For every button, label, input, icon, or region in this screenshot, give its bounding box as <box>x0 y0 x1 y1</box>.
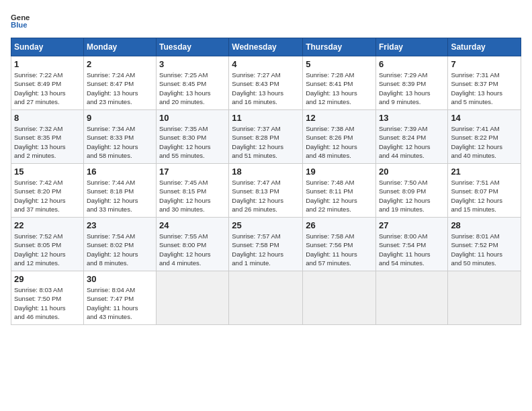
day-number: 10 <box>159 113 226 123</box>
day-number: 17 <box>159 167 226 177</box>
calendar-cell: 18Sunrise: 7:47 AM Sunset: 8:13 PM Dayli… <box>229 164 303 218</box>
day-number: 22 <box>14 220 81 230</box>
weekday-header-sunday: Sunday <box>11 38 84 56</box>
day-detail: Sunrise: 7:51 AM Sunset: 8:07 PM Dayligh… <box>451 178 518 214</box>
calendar-cell <box>229 271 303 325</box>
day-number: 15 <box>14 167 81 177</box>
calendar-row-3: 22Sunrise: 7:52 AM Sunset: 8:05 PM Dayli… <box>11 218 521 271</box>
day-detail: Sunrise: 7:34 AM Sunset: 8:33 PM Dayligh… <box>87 124 153 160</box>
day-number: 11 <box>232 113 300 123</box>
calendar-cell: 3Sunrise: 7:25 AM Sunset: 8:45 PM Daylig… <box>157 56 229 110</box>
day-detail: Sunrise: 7:25 AM Sunset: 8:45 PM Dayligh… <box>159 71 226 106</box>
day-detail: Sunrise: 7:32 AM Sunset: 8:35 PM Dayligh… <box>14 124 81 160</box>
day-detail: Sunrise: 8:04 AM Sunset: 7:47 PM Dayligh… <box>87 285 153 321</box>
day-number: 6 <box>379 59 445 69</box>
day-detail: Sunrise: 7:41 AM Sunset: 8:22 PM Dayligh… <box>451 124 518 160</box>
calendar-cell <box>375 271 447 325</box>
day-number: 16 <box>87 167 153 177</box>
day-number: 29 <box>14 274 81 284</box>
calendar-cell: 11Sunrise: 7:37 AM Sunset: 8:28 PM Dayli… <box>229 110 303 164</box>
day-detail: Sunrise: 7:55 AM Sunset: 8:00 PM Dayligh… <box>159 232 226 267</box>
day-number: 2 <box>87 59 153 69</box>
day-detail: Sunrise: 7:28 AM Sunset: 8:41 PM Dayligh… <box>306 71 373 106</box>
calendar-cell: 6Sunrise: 7:29 AM Sunset: 8:39 PM Daylig… <box>375 56 447 110</box>
calendar-cell: 12Sunrise: 7:38 AM Sunset: 8:26 PM Dayli… <box>303 110 376 164</box>
calendar-cell: 13Sunrise: 7:39 AM Sunset: 8:24 PM Dayli… <box>375 110 447 164</box>
day-number: 21 <box>451 167 518 177</box>
day-number: 20 <box>379 167 445 177</box>
day-number: 1 <box>14 59 81 69</box>
calendar-cell: 24Sunrise: 7:55 AM Sunset: 8:00 PM Dayli… <box>157 218 229 271</box>
day-detail: Sunrise: 7:22 AM Sunset: 8:49 PM Dayligh… <box>14 71 81 106</box>
calendar-cell: 30Sunrise: 8:04 AM Sunset: 7:47 PM Dayli… <box>83 271 156 325</box>
day-number: 8 <box>14 113 81 123</box>
logo-icon: General Blue <box>11 11 30 30</box>
day-number: 12 <box>306 113 373 123</box>
page-header: General Blue <box>11 11 521 30</box>
day-detail: Sunrise: 7:50 AM Sunset: 8:09 PM Dayligh… <box>379 178 445 214</box>
day-detail: Sunrise: 7:47 AM Sunset: 8:13 PM Dayligh… <box>232 178 300 214</box>
calendar-row-1: 8Sunrise: 7:32 AM Sunset: 8:35 PM Daylig… <box>11 110 521 164</box>
calendar-cell: 7Sunrise: 7:31 AM Sunset: 8:37 PM Daylig… <box>448 56 521 110</box>
weekday-header-tuesday: Tuesday <box>157 38 229 56</box>
day-detail: Sunrise: 7:38 AM Sunset: 8:26 PM Dayligh… <box>306 124 373 160</box>
day-number: 27 <box>379 220 445 230</box>
day-number: 19 <box>306 167 373 177</box>
weekday-header-monday: Monday <box>83 38 156 56</box>
day-number: 5 <box>306 59 373 69</box>
calendar-table: SundayMondayTuesdayWednesdayThursdayFrid… <box>11 38 521 325</box>
calendar-cell: 4Sunrise: 7:27 AM Sunset: 8:43 PM Daylig… <box>229 56 303 110</box>
calendar-cell: 16Sunrise: 7:44 AM Sunset: 8:18 PM Dayli… <box>83 164 156 218</box>
calendar-cell: 22Sunrise: 7:52 AM Sunset: 8:05 PM Dayli… <box>11 218 84 271</box>
day-detail: Sunrise: 7:44 AM Sunset: 8:18 PM Dayligh… <box>87 178 153 214</box>
day-detail: Sunrise: 7:58 AM Sunset: 7:56 PM Dayligh… <box>306 232 373 267</box>
day-number: 3 <box>159 59 226 69</box>
day-number: 9 <box>87 113 153 123</box>
day-detail: Sunrise: 7:29 AM Sunset: 8:39 PM Dayligh… <box>379 71 445 106</box>
calendar-cell: 17Sunrise: 7:45 AM Sunset: 8:15 PM Dayli… <box>157 164 229 218</box>
calendar-cell: 20Sunrise: 7:50 AM Sunset: 8:09 PM Dayli… <box>375 164 447 218</box>
calendar-row-4: 29Sunrise: 8:03 AM Sunset: 7:50 PM Dayli… <box>11 271 521 325</box>
calendar-cell: 1Sunrise: 7:22 AM Sunset: 8:49 PM Daylig… <box>11 56 84 110</box>
day-number: 26 <box>306 220 373 230</box>
day-detail: Sunrise: 7:57 AM Sunset: 7:58 PM Dayligh… <box>232 232 300 267</box>
day-detail: Sunrise: 7:39 AM Sunset: 8:24 PM Dayligh… <box>379 124 445 160</box>
day-detail: Sunrise: 8:00 AM Sunset: 7:54 PM Dayligh… <box>379 232 445 267</box>
calendar-cell <box>303 271 376 325</box>
calendar-cell: 23Sunrise: 7:54 AM Sunset: 8:02 PM Dayli… <box>83 218 156 271</box>
calendar-cell: 21Sunrise: 7:51 AM Sunset: 8:07 PM Dayli… <box>448 164 521 218</box>
day-number: 18 <box>232 167 300 177</box>
calendar-cell: 28Sunrise: 8:01 AM Sunset: 7:52 PM Dayli… <box>448 218 521 271</box>
day-number: 28 <box>451 220 518 230</box>
weekday-header-thursday: Thursday <box>303 38 376 56</box>
day-detail: Sunrise: 7:52 AM Sunset: 8:05 PM Dayligh… <box>14 232 81 267</box>
day-detail: Sunrise: 7:27 AM Sunset: 8:43 PM Dayligh… <box>232 71 300 106</box>
day-number: 4 <box>232 59 300 69</box>
weekday-header-friday: Friday <box>375 38 447 56</box>
weekday-header-saturday: Saturday <box>448 38 521 56</box>
calendar-cell: 14Sunrise: 7:41 AM Sunset: 8:22 PM Dayli… <box>448 110 521 164</box>
day-detail: Sunrise: 7:24 AM Sunset: 8:47 PM Dayligh… <box>87 71 153 106</box>
day-detail: Sunrise: 7:37 AM Sunset: 8:28 PM Dayligh… <box>232 124 300 160</box>
calendar-cell: 26Sunrise: 7:58 AM Sunset: 7:56 PM Dayli… <box>303 218 376 271</box>
svg-text:Blue: Blue <box>11 21 28 29</box>
day-number: 13 <box>379 113 445 123</box>
logo: General Blue <box>11 11 30 30</box>
day-detail: Sunrise: 7:42 AM Sunset: 8:20 PM Dayligh… <box>14 178 81 214</box>
day-detail: Sunrise: 7:54 AM Sunset: 8:02 PM Dayligh… <box>87 232 153 267</box>
day-detail: Sunrise: 7:35 AM Sunset: 8:30 PM Dayligh… <box>159 124 226 160</box>
calendar-cell: 27Sunrise: 8:00 AM Sunset: 7:54 PM Dayli… <box>375 218 447 271</box>
calendar-cell: 8Sunrise: 7:32 AM Sunset: 8:35 PM Daylig… <box>11 110 84 164</box>
calendar-cell: 29Sunrise: 8:03 AM Sunset: 7:50 PM Dayli… <box>11 271 84 325</box>
calendar-cell: 15Sunrise: 7:42 AM Sunset: 8:20 PM Dayli… <box>11 164 84 218</box>
day-detail: Sunrise: 8:01 AM Sunset: 7:52 PM Dayligh… <box>451 232 518 267</box>
day-detail: Sunrise: 7:48 AM Sunset: 8:11 PM Dayligh… <box>306 178 373 214</box>
calendar-cell: 19Sunrise: 7:48 AM Sunset: 8:11 PM Dayli… <box>303 164 376 218</box>
calendar-cell <box>157 271 229 325</box>
calendar-cell: 2Sunrise: 7:24 AM Sunset: 8:47 PM Daylig… <box>83 56 156 110</box>
calendar-cell: 9Sunrise: 7:34 AM Sunset: 8:33 PM Daylig… <box>83 110 156 164</box>
calendar-row-2: 15Sunrise: 7:42 AM Sunset: 8:20 PM Dayli… <box>11 164 521 218</box>
day-number: 25 <box>232 220 300 230</box>
calendar-row-0: 1Sunrise: 7:22 AM Sunset: 8:49 PM Daylig… <box>11 56 521 110</box>
day-detail: Sunrise: 8:03 AM Sunset: 7:50 PM Dayligh… <box>14 285 81 321</box>
